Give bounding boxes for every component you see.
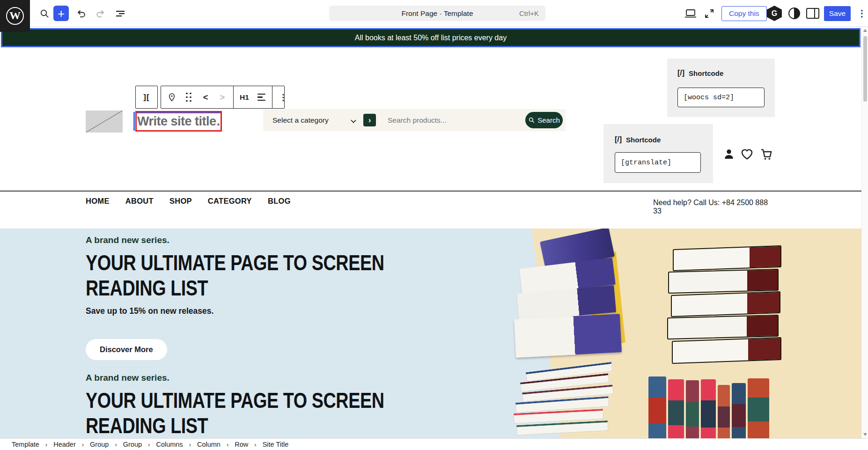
chevron-right-icon: › (368, 116, 371, 125)
shortcode-block-header: [/] Shortcode (677, 69, 723, 77)
breadcrumb-header[interactable]: Header (53, 441, 76, 448)
shortcode-block-label: Shortcode (626, 136, 661, 144)
help-phone-text: Need help? Call Us: +84 2500 888 33 (653, 199, 776, 215)
options-menu-button[interactable]: ⋮ (857, 6, 867, 21)
expand-icon (704, 8, 714, 19)
breadcrumb-template[interactable]: Template (12, 441, 39, 448)
nav-item-blog[interactable]: BLOG (268, 197, 291, 206)
pin-icon (167, 92, 177, 103)
product-search-input[interactable] (388, 109, 514, 131)
move-left-button[interactable]: < (199, 89, 212, 106)
discover-more-button[interactable]: Discover More (86, 339, 167, 360)
site-title-block[interactable]: Write site title… (135, 111, 222, 132)
user-icon (722, 148, 736, 161)
redo-icon (95, 8, 106, 19)
select-parent-block-button[interactable]: ][ (135, 86, 158, 109)
hero-image-book-pile (513, 367, 613, 438)
breadcrumb-separator: › (189, 441, 191, 448)
product-search-submit[interactable]: Search (525, 112, 563, 128)
shortcode-icon: [/] (615, 135, 622, 144)
wishlist-button[interactable] (740, 147, 754, 161)
breadcrumb-separator: › (45, 441, 47, 448)
category-select[interactable]: Select a category (272, 109, 329, 131)
wordpress-logo-icon: W (6, 7, 24, 25)
block-toolbar-move-group: < > (161, 86, 234, 108)
block-toolbar-format-group: H1 (234, 86, 272, 108)
shortcode-input-woocs[interactable] (677, 88, 765, 107)
search-button[interactable] (37, 6, 52, 21)
cart-icon (759, 147, 773, 161)
search-button-label: Search (537, 116, 560, 124)
text-align-button[interactable] (255, 89, 267, 106)
block-toolbar-options-group: ⋮ (272, 86, 294, 108)
shortcode-block-woocs[interactable]: [/] Shortcode (667, 59, 775, 117)
site-editor: + Front Page · Template Ctrl+K (0, 0, 868, 450)
site-logo-placeholder[interactable] (86, 111, 123, 133)
copy-this-button[interactable]: Copy this (721, 6, 767, 21)
nav-item-about[interactable]: ABOUT (125, 197, 154, 206)
scrollbar-thumb[interactable] (863, 36, 867, 102)
breadcrumb-columns[interactable]: Columns (156, 441, 183, 448)
hero-eyebrow: A brand new series. (86, 235, 169, 245)
settings-sidebar-icon[interactable] (806, 8, 819, 19)
plus-icon: + (58, 7, 65, 20)
document-overview-button[interactable] (112, 6, 128, 21)
redo-button[interactable] (92, 6, 108, 21)
laptop-icon (684, 8, 697, 19)
hero-eyebrow-2: A brand new series. (86, 373, 169, 383)
ellipsis-icon: ⋮ (279, 92, 287, 103)
plugin-letter: G (772, 9, 777, 18)
shortcode-block-label: Shortcode (689, 69, 723, 77)
wordpress-menu-button[interactable]: W (0, 0, 30, 32)
style-variations-icon[interactable] (788, 7, 800, 19)
shortcode-block-gtranslate[interactable]: [/] Shortcode (603, 124, 713, 183)
account-button[interactable] (722, 148, 736, 161)
main-navigation: HOME ABOUT SHOP CATEGORY BLOG (86, 197, 291, 206)
hero-image-book-row (648, 375, 780, 438)
add-block-button[interactable]: + (53, 6, 69, 21)
search-icon (528, 117, 535, 124)
undo-button[interactable] (74, 6, 89, 21)
block-insertion-caret (133, 112, 135, 131)
breadcrumb-separator: › (115, 441, 117, 448)
cart-button[interactable] (759, 147, 773, 161)
hero-image-book-stack-purple (515, 237, 627, 361)
block-options-button[interactable]: ⋮ (277, 89, 289, 106)
drag-dots-icon (186, 93, 191, 102)
product-search-bar: Select a category › Search (263, 109, 566, 131)
scroll-down-arrow[interactable] (863, 433, 867, 436)
breadcrumb-column[interactable]: Column (197, 441, 221, 448)
nav-item-shop[interactable]: SHOP (169, 197, 192, 206)
command-palette[interactable]: Front Page · Template Ctrl+K (329, 6, 545, 21)
breadcrumb-site-title[interactable]: Site Title (263, 441, 289, 448)
shortcode-input-gtranslate[interactable] (615, 152, 701, 173)
save-button[interactable]: Save (824, 6, 851, 21)
block-toolbar: < > H1 ⋮ (161, 86, 285, 109)
site-title-block-button[interactable] (166, 89, 178, 106)
scroll-up-arrow[interactable] (863, 29, 867, 32)
promo-banner-text: All books at least 50% off list prices e… (355, 34, 507, 42)
category-go-button[interactable]: › (363, 114, 376, 126)
hero-title-2: YOUR ULTIMATE PAGE TO SCREEN READING LIS… (86, 388, 384, 438)
align-left-icon (257, 94, 265, 101)
editor-top-bar: + Front Page · Template Ctrl+K (0, 0, 868, 27)
canvas-scrollbar[interactable] (861, 27, 868, 438)
chevron-right-icon: > (220, 93, 225, 102)
block-breadcrumb-bar: Template › Header › Group › Group › Colu… (0, 438, 868, 450)
plugin-hexagon-icon[interactable]: G (767, 6, 782, 21)
breadcrumb-group-2[interactable]: Group (123, 441, 142, 448)
nav-item-category[interactable]: CATEGORY (208, 197, 252, 206)
chevron-left-icon: < (203, 93, 208, 102)
promo-banner-block[interactable]: All books at least 50% off list prices e… (1, 28, 861, 47)
move-right-button[interactable]: > (216, 89, 228, 106)
chevron-down-icon[interactable] (351, 118, 356, 123)
breadcrumb-group[interactable]: Group (90, 441, 109, 448)
breadcrumb-row[interactable]: Row (235, 441, 248, 448)
category-select-label: Select a category (272, 116, 329, 125)
nav-item-home[interactable]: HOME (86, 197, 110, 206)
hero-image-book-stack-hardcover (667, 247, 787, 364)
heading-level-button[interactable]: H1 (238, 89, 250, 106)
drag-handle[interactable] (183, 89, 195, 106)
zoom-out-view-button[interactable] (701, 6, 717, 21)
preview-device-button[interactable] (683, 6, 698, 21)
